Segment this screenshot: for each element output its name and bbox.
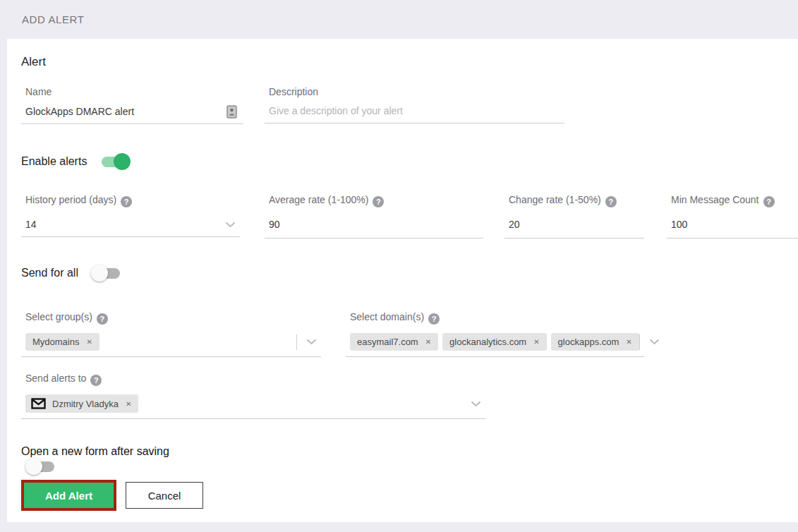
select-groups-label: Select group(s): [25, 311, 92, 322]
add-alert-form: Alert Name Description: [7, 39, 798, 522]
group-tag-label: Mydomains: [32, 337, 79, 347]
select-domains-multiselect[interactable]: easymail7.com ✕ glockanalytics.com ✕ glo…: [346, 333, 644, 357]
recipient-tag: Dzmitry Vladyka ✕: [25, 394, 138, 413]
open-new-form-label: Open a new form after saving: [21, 445, 798, 458]
help-icon[interactable]: ?: [97, 313, 108, 325]
cancel-button[interactable]: Cancel: [126, 482, 203, 509]
select-groups-field: Select group(s)? Mydomains ✕: [21, 310, 321, 357]
send-for-all-label: Send for all: [21, 267, 78, 279]
description-field-group: Description: [265, 86, 564, 124]
chevron-down-icon[interactable]: [221, 222, 240, 228]
average-rate-label: Average rate (1-100%): [269, 194, 368, 205]
remove-tag-icon[interactable]: ✕: [126, 400, 131, 408]
history-period-label: History period (days): [25, 194, 116, 205]
description-input[interactable]: [265, 105, 564, 118]
history-period-value: 14: [21, 219, 221, 230]
help-icon[interactable]: ?: [121, 196, 132, 207]
average-rate-group: Average rate (1-100%)?: [265, 193, 483, 238]
group-tag: Mydomains ✕: [25, 333, 99, 351]
toggle-knob: [114, 153, 131, 170]
page-header: ADD ALERT: [0, 0, 798, 39]
form-actions: Add Alert Cancel: [21, 480, 798, 511]
toggle-knob: [25, 458, 42, 475]
page-title: ADD ALERT: [22, 13, 85, 25]
remove-tag-icon[interactable]: ✕: [425, 338, 431, 346]
envelope-icon: [31, 398, 46, 409]
chevron-down-icon[interactable]: [466, 401, 485, 407]
domain-tag-label: glockapps.com: [558, 337, 619, 347]
domain-tag: easymail7.com ✕: [350, 333, 438, 351]
dropdown-divider: [639, 334, 640, 350]
section-title: Alert: [21, 55, 798, 69]
send-alerts-to-field: Send alerts to? Dzmitry Vladyka ✕: [21, 372, 485, 419]
select-domains-field: Select domain(s)? easymail7.com ✕ glocka…: [346, 310, 644, 357]
help-icon[interactable]: ?: [763, 196, 775, 207]
domain-tag-label: glockanalytics.com: [449, 337, 526, 347]
annotation-highlight-box: Add Alert: [21, 480, 116, 511]
help-icon[interactable]: ?: [605, 196, 617, 207]
average-rate-input[interactable]: [265, 219, 483, 231]
change-rate-group: Change rate (1-50%)?: [504, 193, 644, 238]
select-domains-label: Select domain(s): [350, 311, 424, 322]
domain-tag: glockanalytics.com ✕: [442, 333, 547, 351]
remove-tag-icon[interactable]: ✕: [86, 338, 92, 346]
enable-alerts-row: Enable alerts: [21, 153, 798, 170]
name-field-group: Name: [21, 86, 243, 124]
group-domain-row: Select group(s)? Mydomains ✕ Select doma…: [21, 310, 798, 357]
chevron-down-icon[interactable]: [302, 339, 321, 345]
dropdown-divider: [296, 334, 297, 350]
min-message-count-group: Min Message Count?: [667, 193, 798, 238]
send-for-all-toggle[interactable]: [91, 265, 122, 282]
send-alerts-to-label: Send alerts to: [25, 373, 86, 384]
contact-autofill-icon[interactable]: [226, 105, 237, 119]
domain-tag-label: easymail7.com: [357, 337, 418, 347]
recipient-tag-label: Dzmitry Vladyka: [52, 399, 119, 409]
history-period-select[interactable]: 14: [21, 219, 240, 237]
history-period-group: History period (days)? 14: [21, 193, 240, 238]
min-message-count-input[interactable]: [667, 219, 798, 231]
help-icon[interactable]: ?: [90, 375, 102, 386]
help-icon[interactable]: ?: [373, 196, 384, 207]
toggle-knob: [91, 265, 108, 282]
select-groups-multiselect[interactable]: Mydomains ✕: [21, 333, 321, 357]
enable-alerts-label: Enable alerts: [21, 155, 87, 168]
add-alert-button[interactable]: Add Alert: [24, 483, 114, 508]
remove-tag-icon[interactable]: ✕: [626, 338, 631, 346]
send-for-all-row: Send for all: [21, 265, 798, 282]
description-label: Description: [269, 86, 564, 97]
help-icon[interactable]: ?: [428, 313, 440, 325]
enable-alerts-toggle[interactable]: [99, 153, 131, 170]
name-description-row: Name Description: [21, 86, 798, 124]
domain-tag: glockapps.com ✕: [551, 333, 639, 351]
send-alerts-to-multiselect[interactable]: Dzmitry Vladyka ✕: [21, 394, 485, 419]
chevron-down-icon[interactable]: [645, 339, 664, 345]
open-new-form-row: Open a new form after saving: [21, 445, 798, 471]
min-message-count-label: Min Message Count: [671, 194, 759, 205]
remove-tag-icon[interactable]: ✕: [533, 338, 539, 346]
change-rate-input[interactable]: [504, 219, 644, 231]
change-rate-label: Change rate (1-50%): [509, 194, 601, 205]
name-input[interactable]: [21, 106, 226, 119]
thresholds-row: History period (days)? 14 Average rate (…: [21, 193, 798, 238]
name-label: Name: [25, 86, 243, 97]
